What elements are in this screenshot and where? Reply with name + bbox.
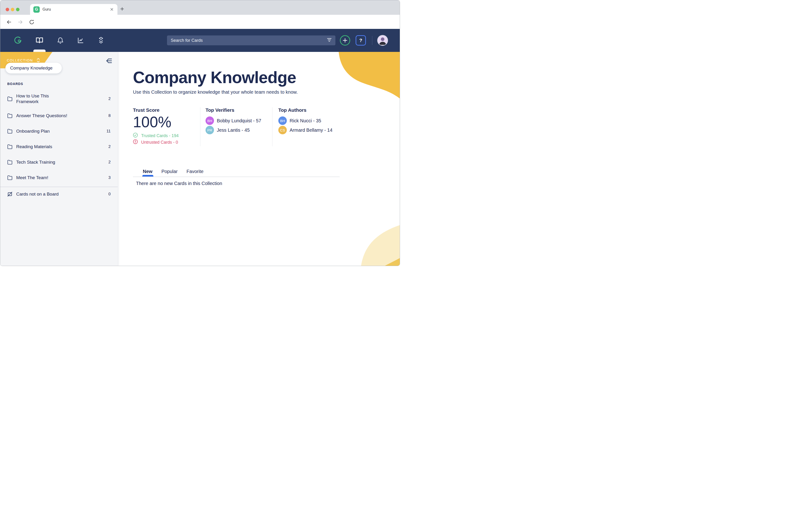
layers-icon[interactable]	[97, 36, 105, 44]
board-label: Tech Stack Training	[16, 159, 70, 165]
page-subtitle: Use this Collection to organize knowledg…	[133, 90, 298, 95]
stats-divider	[272, 107, 273, 146]
top-verifiers-heading: Top Verifiers	[206, 107, 235, 113]
app-navbar: ?	[0, 29, 400, 52]
folder-icon	[7, 129, 13, 134]
board-count: 2	[109, 145, 111, 149]
folder-icon	[7, 175, 13, 180]
board-count: 11	[106, 129, 111, 134]
browser-toolbar: app.getguru.com/collections G h	[0, 15, 400, 29]
card-list-tabs: New Popular Favorite	[143, 169, 203, 174]
author-row[interactable]: BH Rick Nucci - 35	[278, 116, 321, 125]
browser-tab-strip: G Guru	[0, 0, 400, 15]
verifier-label: Bobby Lundquist - 57	[217, 118, 261, 124]
board-count: 2	[109, 160, 111, 165]
page-title: Company Knowledge	[133, 69, 296, 86]
sidebar-item-board[interactable]: Tech Stack Training 2	[0, 157, 118, 168]
minimize-window-button[interactable]	[11, 8, 14, 11]
folder-icon	[7, 96, 13, 101]
folder-icon	[7, 113, 13, 118]
card-search[interactable]	[167, 35, 335, 45]
trust-score-value: 100%	[133, 113, 171, 131]
sidebar-item-board[interactable]: Meet The Team! 3	[0, 172, 118, 183]
search-input[interactable]	[171, 38, 327, 43]
collection-label: COLLECTION	[7, 58, 33, 62]
back-button[interactable]	[6, 19, 12, 25]
user-avatar[interactable]	[377, 35, 388, 46]
collapse-sidebar-icon[interactable]	[106, 58, 112, 64]
verifier-label: Jess Lantis - 45	[217, 128, 250, 133]
empty-state-message: There are no new Cards in this Collectio…	[136, 181, 222, 186]
bell-icon[interactable]	[56, 36, 64, 44]
active-nav-indicator	[33, 50, 45, 52]
avatar: BH	[278, 116, 287, 125]
avatar: BH	[206, 116, 214, 125]
avatar: PR	[206, 126, 214, 134]
sidebar-item-unassigned-cards[interactable]: Cards not on a Board 0	[0, 189, 118, 200]
board-count: 2	[109, 96, 111, 101]
board-label: Meet The Team!	[16, 175, 70, 180]
help-button[interactable]: ?	[356, 35, 366, 45]
add-card-button[interactable]	[340, 35, 350, 45]
book-icon[interactable]	[35, 36, 44, 44]
browser-tab[interactable]: G Guru	[30, 4, 117, 15]
tab-popular[interactable]: Popular	[161, 169, 178, 174]
navbar-divider	[372, 36, 372, 45]
author-label: Rick Nucci - 35	[290, 118, 321, 124]
tab-new[interactable]: New	[143, 169, 152, 174]
untrusted-cards-row: Untrusted Cards - 0	[133, 139, 178, 145]
author-row[interactable]: CS Armard Bellamy - 14	[278, 126, 332, 134]
board-slash-icon	[7, 192, 13, 197]
board-label: Onboarding Plan	[16, 129, 70, 134]
board-label: Cards not on a Board	[16, 191, 70, 197]
folder-icon	[7, 160, 13, 165]
author-label: Armard Bellamy - 14	[290, 128, 332, 133]
content-area: COLLECTION Company Knowledge BOARDS How …	[0, 52, 400, 266]
board-label: Reading Materials	[16, 144, 70, 150]
collection-sidebar: COLLECTION Company Knowledge BOARDS How …	[0, 52, 118, 266]
sidebar-item-board[interactable]: How to Use This Framework 2	[0, 91, 118, 106]
reload-button[interactable]	[29, 19, 35, 25]
board-count: 3	[109, 175, 111, 180]
board-label: How to Use This Framework	[16, 93, 70, 104]
sidebar-item-board[interactable]: Onboarding Plan 11	[0, 126, 118, 137]
sidebar-divider	[0, 187, 118, 187]
boards-section-label: BOARDS	[7, 82, 23, 86]
board-count: 0	[109, 192, 111, 196]
tabs-baseline	[133, 176, 340, 177]
trusted-cards-row: Trusted Cards - 194	[133, 133, 179, 139]
tab-close-icon[interactable]	[109, 7, 114, 12]
top-authors-heading: Top Authors	[278, 107, 306, 113]
collection-switcher-icon[interactable]	[37, 58, 40, 62]
sidebar-item-board[interactable]: Reading Materials 2	[0, 141, 118, 152]
collection-detail-panel: Company Knowledge Use this Collection to…	[118, 52, 400, 266]
zoom-window-button[interactable]	[16, 8, 19, 11]
filter-icon[interactable]	[327, 38, 332, 43]
check-circle-icon	[133, 133, 138, 139]
new-tab-button[interactable]	[118, 5, 126, 13]
collection-name: Company Knowledge	[10, 65, 53, 71]
verifier-row[interactable]: BH Bobby Lundquist - 57	[206, 116, 261, 125]
alert-circle-icon	[133, 139, 138, 145]
close-window-button[interactable]	[6, 8, 9, 11]
collection-name-pill[interactable]: Company Knowledge	[5, 63, 62, 74]
folder-icon	[7, 145, 13, 149]
tab-title: Guru	[42, 7, 109, 12]
tab-favorite[interactable]: Favorite	[186, 169, 203, 174]
verifier-row[interactable]: PR Jess Lantis - 45	[206, 126, 250, 134]
board-count: 8	[109, 113, 111, 118]
trusted-cards-label: Trusted Cards - 194	[141, 133, 179, 138]
guru-favicon-icon: G	[33, 6, 40, 13]
board-label: Answer These Questions!	[16, 113, 70, 118]
guru-logo[interactable]	[14, 36, 22, 44]
avatar: CS	[278, 126, 287, 134]
sidebar-item-board[interactable]: Answer These Questions! 8	[0, 110, 118, 121]
trust-score-heading: Trust Score	[133, 107, 160, 113]
forward-button[interactable]	[17, 19, 23, 25]
untrusted-cards-label: Untrusted Cards - 0	[141, 140, 178, 145]
browser-window: G Guru app.getguru.com/collections	[0, 0, 400, 266]
chart-icon[interactable]	[76, 36, 85, 44]
